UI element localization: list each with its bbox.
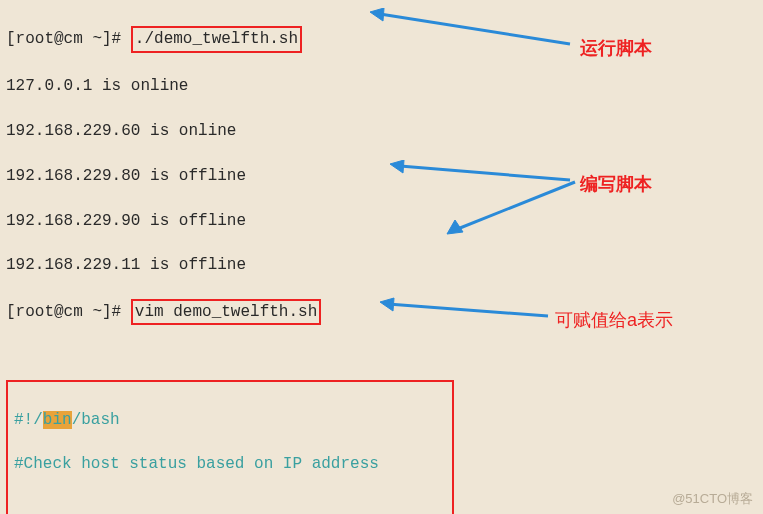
line-out2: 192.168.229.60 is online [6,120,757,142]
annotation-write-script: 编写脚本 [580,172,652,197]
svg-line-6 [388,304,548,316]
arrow-to-cat [380,296,555,322]
shebang-line: #!/bin/bash [14,409,446,431]
arrow-to-script-box [445,180,585,240]
svg-line-4 [455,182,575,230]
line-out1: 127.0.0.1 is online [6,75,757,97]
line-out5: 192.168.229.11 is offline [6,254,757,276]
terminal-output: [root@cm ~]# ./demo_twelfth.sh 127.0.0.1… [0,0,763,514]
svg-line-2 [400,166,570,180]
cmd2-box: vim demo_twelfth.sh [131,299,321,325]
comment-line: #Check host status based on IP address [14,453,446,475]
annotation-cat-value: 可赋值给a表示 [555,308,673,333]
svg-marker-3 [390,160,404,173]
svg-marker-1 [370,8,384,21]
script-content-box: #!/bin/bash #Check host status based on … [6,380,454,514]
annotation-run-script: 运行脚本 [580,36,652,61]
arrow-to-cmd1 [370,8,580,50]
svg-line-0 [380,14,570,44]
watermark: @51CTO博客 [672,490,753,508]
cmd1-box: ./demo_twelfth.sh [131,26,302,52]
svg-marker-7 [380,298,394,311]
line-out4: 192.168.229.90 is offline [6,210,757,232]
